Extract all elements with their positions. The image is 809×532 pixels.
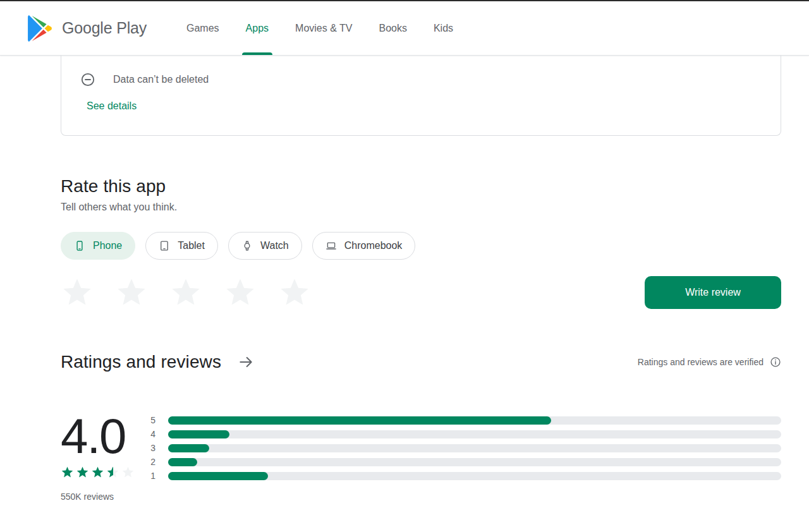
chip-label: Chromebook bbox=[344, 240, 403, 251]
app-page-content: Data can’t be deleted See details Rate t… bbox=[61, 56, 781, 502]
nav-tab-apps[interactable]: Apps bbox=[233, 1, 282, 55]
chip-label: Phone bbox=[93, 240, 122, 251]
rating-bar-label: 4 bbox=[149, 430, 155, 438]
average-rating: 4.0 bbox=[61, 413, 149, 459]
device-chip-chromebook[interactable]: Chromebook bbox=[312, 232, 416, 260]
rating-histogram: 54321 bbox=[149, 413, 781, 502]
rate-star-icon-3[interactable] bbox=[169, 276, 202, 309]
rating-bar-track bbox=[168, 430, 781, 438]
device-filter-chips: PhoneTabletWatchChromebook bbox=[61, 232, 781, 260]
rating-bar-label: 5 bbox=[149, 416, 155, 425]
rating-bar-fill bbox=[168, 430, 229, 438]
verified-note-row: Ratings and reviews are verified bbox=[638, 356, 781, 368]
play-store-logo-icon bbox=[27, 15, 53, 42]
ratings-title-link[interactable]: Ratings and reviews bbox=[61, 352, 254, 372]
rate-app-subtitle: Tell others what you think. bbox=[61, 202, 781, 213]
rate-star-icon-1[interactable] bbox=[61, 276, 94, 309]
watch-icon bbox=[241, 240, 253, 251]
ratings-header: Ratings and reviews Ratings and reviews … bbox=[61, 352, 781, 372]
ratings-and-reviews-section: Ratings and reviews Ratings and reviews … bbox=[61, 352, 781, 502]
rating-bar-fill bbox=[168, 444, 209, 452]
tablet-icon bbox=[159, 240, 170, 251]
rating-bar-label: 2 bbox=[149, 458, 155, 466]
nav-tab-books[interactable]: Books bbox=[365, 1, 420, 55]
star-full-icon bbox=[76, 466, 89, 479]
device-chip-phone[interactable]: Phone bbox=[61, 232, 135, 260]
rating-bar-row-1: 1 bbox=[149, 472, 781, 480]
data-safety-card: Data can’t be deleted See details bbox=[61, 56, 781, 136]
rating-bar-row-4: 4 bbox=[149, 430, 781, 438]
rating-bar-track bbox=[168, 472, 781, 480]
nav-tab-kids[interactable]: Kids bbox=[420, 1, 466, 55]
rating-bar-row-3: 3 bbox=[149, 444, 781, 452]
write-review-button[interactable]: Write review bbox=[645, 276, 781, 309]
chip-label: Watch bbox=[260, 240, 289, 251]
phone-icon bbox=[74, 240, 85, 251]
rating-bar-fill bbox=[168, 416, 551, 425]
star-full-icon bbox=[91, 466, 104, 479]
rating-bar-fill bbox=[168, 458, 197, 466]
rating-star-input bbox=[61, 276, 311, 309]
average-rating-stars bbox=[61, 466, 149, 479]
brand-name: Google Play bbox=[62, 19, 147, 37]
info-icon[interactable] bbox=[770, 356, 781, 368]
rating-bar-track bbox=[168, 444, 781, 452]
device-chip-watch[interactable]: Watch bbox=[228, 232, 302, 260]
rating-bar-row-5: 5 bbox=[149, 416, 781, 425]
rating-bar-fill bbox=[168, 472, 268, 480]
rating-summary: 4.0 550K reviews 54321 bbox=[61, 413, 781, 502]
rating-bar-row-2: 2 bbox=[149, 458, 781, 466]
ratings-title: Ratings and reviews bbox=[61, 352, 221, 372]
reviews-count: 550K reviews bbox=[61, 492, 149, 502]
nav-tab-movies-tv[interactable]: Movies & TV bbox=[282, 1, 365, 55]
rating-bar-track bbox=[168, 458, 781, 466]
minus-circle-icon bbox=[80, 72, 95, 87]
rate-star-icon-2[interactable] bbox=[115, 276, 148, 309]
star-half-icon bbox=[106, 466, 119, 479]
data-safety-row: Data can’t be deleted bbox=[80, 72, 765, 87]
rate-star-icon-4[interactable] bbox=[224, 276, 257, 309]
arrow-right-icon bbox=[238, 354, 254, 370]
rating-bar-track bbox=[168, 416, 781, 425]
rate-star-icon-5[interactable] bbox=[278, 276, 311, 309]
verified-note: Ratings and reviews are verified bbox=[638, 357, 763, 367]
rating-bar-label: 3 bbox=[149, 444, 155, 452]
rating-summary-left: 4.0 550K reviews bbox=[61, 413, 149, 502]
see-details-link[interactable]: See details bbox=[87, 100, 137, 112]
device-chip-tablet[interactable]: Tablet bbox=[145, 232, 218, 260]
chip-label: Tablet bbox=[178, 240, 205, 251]
nav-tab-games[interactable]: Games bbox=[173, 1, 233, 55]
google-play-home-link[interactable]: Google Play bbox=[27, 1, 147, 55]
chromebook-icon bbox=[325, 240, 337, 251]
rating-bar-label: 1 bbox=[149, 472, 155, 480]
top-nav: Google Play GamesAppsMovies & TVBooksKid… bbox=[0, 1, 809, 56]
nav-tabs: GamesAppsMovies & TVBooksKids bbox=[173, 1, 466, 55]
data-safety-text: Data can’t be deleted bbox=[113, 74, 209, 85]
star-full-icon bbox=[61, 466, 74, 479]
rate-app-title: Rate this app bbox=[61, 176, 781, 196]
rate-this-app-section: Rate this app Tell others what you think… bbox=[61, 176, 781, 309]
star-empty-icon bbox=[121, 466, 135, 479]
rating-input-row: Write review bbox=[61, 276, 781, 309]
